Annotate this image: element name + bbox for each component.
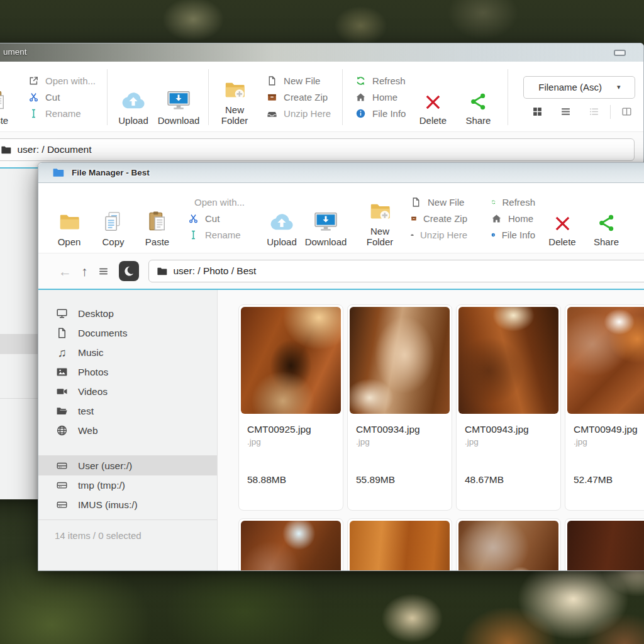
grid-view-icon — [532, 106, 543, 117]
grid-view-button[interactable] — [523, 106, 552, 117]
new-folder-icon — [368, 196, 392, 222]
file-card-partial[interactable] — [347, 518, 452, 571]
file-ext: .jpg — [465, 437, 558, 447]
delete-button[interactable]: Delete — [541, 189, 583, 248]
window-title: File Manager - Best — [72, 168, 150, 177]
sidebar-drive-user[interactable]: User (user:/) — [38, 456, 217, 475]
file-actions-group: New File Create Zip Unzip Here — [259, 68, 337, 126]
file-size: 55.89MB — [356, 474, 450, 486]
home-button[interactable]: Home — [491, 213, 535, 224]
new-file-button[interactable]: New File — [267, 75, 331, 86]
upload-cloud-icon — [119, 85, 148, 111]
file-thumbnail — [350, 307, 450, 414]
download-button[interactable]: Download — [158, 68, 199, 126]
unzip-here-button[interactable]: Unzip Here — [267, 108, 331, 119]
file-info-button[interactable]: File Info — [491, 230, 535, 240]
share-button[interactable]: Share — [586, 189, 627, 248]
sidebar-drive-imus[interactable]: IMUS (imus:/) — [38, 495, 217, 514]
upload-button[interactable]: Upload — [113, 68, 154, 126]
sidebar-item-web[interactable]: Web — [38, 421, 217, 440]
paste-button[interactable]: Paste — [136, 189, 178, 248]
refresh-button[interactable]: Refresh — [491, 197, 535, 208]
paste-icon — [146, 206, 169, 233]
open-button[interactable]: Open — [48, 189, 90, 248]
new-folder-button[interactable]: New Folder — [214, 68, 255, 126]
create-zip-button[interactable]: Create Zip — [267, 92, 331, 103]
edit-actions-group: Open with... Cut Rename — [180, 189, 251, 248]
sidebar-drive-tmp[interactable]: tmp (tmp:/) — [38, 475, 217, 495]
bg-window-titlebar[interactable]: ument — [0, 43, 643, 62]
cut-button[interactable]: Cut — [188, 213, 245, 224]
sidebar-item-documents[interactable]: Documents — [38, 323, 217, 343]
new-file-button[interactable]: New File — [411, 197, 467, 208]
file-thumbnail — [458, 307, 558, 414]
toolbar-separator — [107, 69, 108, 125]
view-actions-group: Refresh Home File Info — [348, 68, 412, 126]
file-name: CMT00943.jpg — [465, 424, 558, 435]
unzip-tray-icon — [267, 108, 277, 119]
desktop-background: { "labels": { "open": "Open", "copy": "C… — [0, 0, 644, 644]
drive-icon — [56, 499, 68, 511]
share-button[interactable]: Share — [457, 68, 499, 126]
file-card[interactable]: CMT00925.jpg .jpg 58.88MB — [238, 304, 343, 511]
file-size: 48.67MB — [465, 474, 558, 486]
drive-icon — [56, 479, 68, 491]
bg-toolbar: Open Copy Paste Open with... Cut Rename … — [0, 62, 643, 132]
new-folder-button[interactable]: New Folder — [359, 189, 401, 248]
file-size: 58.88MB — [247, 474, 341, 486]
file-card-partial[interactable] — [238, 518, 343, 571]
rename-button[interactable]: Rename — [188, 230, 245, 240]
upload-button[interactable]: Upload — [261, 189, 303, 248]
sidebar-item-photos[interactable]: Photos — [38, 362, 217, 382]
refresh-button[interactable]: Refresh — [355, 75, 406, 86]
file-card[interactable]: CMT00943.jpg .jpg 48.67MB — [456, 304, 561, 511]
paste-button[interactable]: Paste — [0, 68, 17, 126]
sidebar-item-test[interactable]: test — [38, 401, 217, 421]
download-button[interactable]: Download — [305, 189, 347, 248]
dual-pane-icon — [621, 106, 632, 117]
home-button[interactable]: Home — [355, 92, 406, 103]
window-titlebar[interactable]: File Manager - Best — [38, 163, 644, 183]
upload-cloud-icon — [267, 206, 296, 233]
main-toolbar: Open Copy Paste Open with... Cut Rename … — [38, 183, 644, 253]
delete-button[interactable]: Delete — [412, 68, 453, 126]
unzip-here-button[interactable]: Unzip Here — [411, 230, 467, 240]
copy-button[interactable]: Copy — [92, 189, 134, 248]
up-icon[interactable]: ↑ — [81, 265, 88, 278]
cut-button[interactable]: Cut — [28, 92, 96, 103]
toolbar-separator — [208, 69, 209, 125]
dark-mode-toggle[interactable] — [119, 261, 139, 281]
back-icon[interactable]: ← — [58, 265, 72, 278]
open-with-button[interactable]: Open with... — [188, 197, 245, 208]
file-card-partial[interactable] — [456, 518, 561, 571]
file-card[interactable]: CMT00949.jpg .jpg 52.47MB — [565, 304, 644, 511]
file-ext: .jpg — [247, 437, 341, 447]
file-card[interactable]: CMT00934.jpg .jpg 55.89MB — [347, 304, 452, 511]
sidebar-item-desktop[interactable]: Desktop — [38, 304, 217, 323]
download-monitor-icon — [165, 85, 192, 111]
breadcrumb[interactable]: user: / Photo / Best — [148, 260, 644, 282]
sidebar-item-videos[interactable]: Videos — [38, 382, 217, 401]
create-zip-button[interactable]: Create Zip — [411, 213, 467, 224]
dual-pane-button[interactable] — [613, 106, 641, 117]
rename-ibeam-icon — [188, 230, 199, 240]
bg-breadcrumb[interactable]: user: / Document — [0, 138, 635, 161]
file-info-button[interactable]: File Info — [355, 108, 406, 119]
sort-and-view-group: Filename (Asc) ▾ — [518, 68, 641, 126]
file-name: CMT00949.jpg — [574, 424, 644, 435]
new-file-icon — [411, 197, 421, 208]
sort-dropdown[interactable]: Filename (Asc) ▾ — [523, 76, 635, 99]
file-card-partial[interactable] — [565, 518, 644, 571]
restore-window-button[interactable] — [614, 50, 626, 56]
photo-icon — [56, 366, 68, 378]
view-separator — [610, 105, 611, 119]
detail-view-button[interactable] — [580, 106, 608, 117]
open-with-button[interactable]: Open with... — [28, 75, 96, 86]
list-view-button[interactable] — [552, 106, 580, 117]
sidebar-item-music[interactable]: ♫ Music — [38, 343, 217, 362]
home-icon — [491, 213, 502, 224]
view-mode-row — [523, 105, 641, 119]
rename-button[interactable]: Rename — [28, 108, 96, 119]
edit-actions-group: Open with... Cut Rename — [21, 68, 102, 126]
menu-icon[interactable] — [97, 265, 109, 277]
